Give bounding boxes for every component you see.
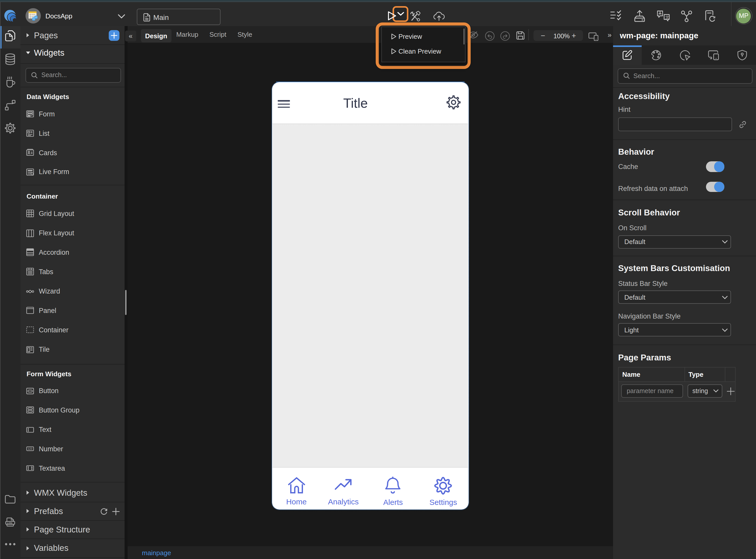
svg-text:文: 文 [665, 15, 669, 19]
svg-text:LOG: LOG [7, 521, 13, 524]
svg-text:123: 123 [27, 447, 32, 450]
svg-text:A: A [659, 11, 661, 15]
